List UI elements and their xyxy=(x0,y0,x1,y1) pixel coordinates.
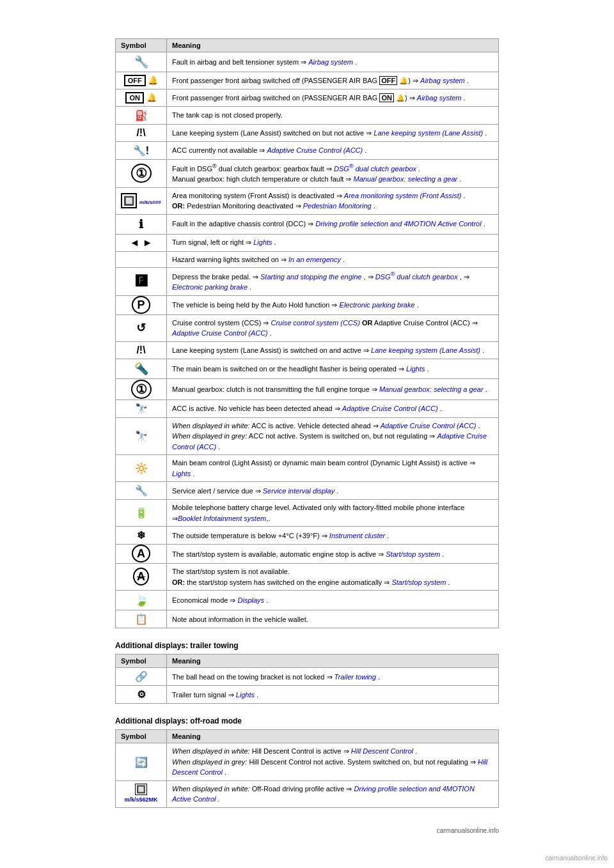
on-badge-icon: ON xyxy=(125,92,144,104)
area-monitoring-icon: 🔲 xyxy=(121,193,137,208)
symbol-cell: ℹ xyxy=(116,214,167,234)
table-row: 🔧 Service alert / service due ⇒ Service … xyxy=(116,482,499,500)
symbol-cell: /!\ xyxy=(116,341,167,359)
meaning-cell: The outside temperature is below +4°C (+… xyxy=(167,527,499,545)
table-row: 🔦 The main beam is switched on or the he… xyxy=(116,359,499,378)
symbol-cell: 🔧! xyxy=(116,142,167,160)
meaning-cell: Front passenger front airbag switched on… xyxy=(167,89,499,107)
table-row: 🔲 m/k/s### Area monitoring system (Front… xyxy=(116,187,499,214)
link-lane-assist-2: Lane keeping system (Lane Assist) xyxy=(371,346,480,354)
table-row: ① Fault in DSG® dual clutch gearbox: gea… xyxy=(116,160,499,188)
airbag-on-icon: 🔔 xyxy=(146,93,157,102)
symbol-cell: ↺ xyxy=(116,314,167,341)
table-row: 🔲 m/k/s562MK When displayed in white: Of… xyxy=(116,780,499,807)
table-row: A The start/stop system is not available… xyxy=(116,564,499,591)
page-container: Symbol Meaning 🔧 Fault in airbag and bel… xyxy=(13,13,601,860)
acc-unavailable-icon: 🔧! xyxy=(133,145,149,156)
symbol-cell: A xyxy=(116,545,167,564)
link-airbag-system-2: Airbag system xyxy=(420,77,465,84)
link-instrument-cluster: Instrument cluster xyxy=(329,532,385,539)
lane-assist-on-icon: /!\ xyxy=(136,345,145,355)
cruise-control-icon: ↺ xyxy=(136,322,146,334)
col-header-symbol: Symbol xyxy=(116,39,167,52)
link-acc-3: Adaptive Cruise Control (ACC) xyxy=(342,405,438,412)
hill-descent-icon: 🔄 xyxy=(135,757,148,768)
link-service-interval: Service interval display xyxy=(263,487,335,495)
airbag-off-icon: 🔔 xyxy=(148,75,158,85)
symbol-cell: 🍃 xyxy=(116,591,167,610)
table-row: P The vehicle is being held by the Auto … xyxy=(116,295,499,314)
vehicle-wallet-icon: 📋 xyxy=(135,614,148,624)
link-airbag-system-3: Airbag system xyxy=(417,94,462,102)
table-row: 📋 Note about information in the vehicle … xyxy=(116,610,499,628)
table-row: 🔧! ACC currently not available ⇒ Adaptiv… xyxy=(116,142,499,160)
link-lights-trailer: Lights xyxy=(236,691,255,699)
offroad-symbols-table: Symbol Meaning 🔄 When displayed in white… xyxy=(115,729,499,808)
light-assist-icon: 🔆 xyxy=(135,463,148,474)
meaning-cell: Lane keeping system (Lane Assist) switch… xyxy=(167,125,499,142)
link-emergency: In an emergency xyxy=(288,256,341,263)
meaning-cell: Turn signal, left or right ⇒ Lights . xyxy=(167,234,499,251)
symbol-cell: ◄ ► xyxy=(116,234,167,251)
link-lights: Lights xyxy=(253,238,272,246)
table-row: 🔗 The ball head on the towing bracket is… xyxy=(116,668,499,686)
link-manual-gearbox-2: Manual gearbox: selecting a gear xyxy=(379,385,484,393)
symbol-cell: ① xyxy=(116,160,167,188)
table-row: 🔄 When displayed in white: Hill Descent … xyxy=(116,743,499,781)
link-epb-2: Electronic parking brake xyxy=(340,301,415,309)
meaning-cell: ACC currently not available ⇒ Adaptive C… xyxy=(167,142,499,160)
table-row: ① Manual gearbox: clutch is not transmit… xyxy=(116,378,499,399)
meaning-cell: Main beam control (Light Assist) or dyna… xyxy=(167,455,499,482)
symbol-cell: 🔧 xyxy=(116,482,167,500)
start-stop-available-icon: A xyxy=(132,545,150,562)
link-ccs: Cruise control system (CCS) xyxy=(271,319,359,327)
meaning-cell: The ball head on the towing bracket is n… xyxy=(167,668,499,686)
lane-assist-off-icon: /!\ xyxy=(136,127,145,138)
meaning-cell: Manual gearbox: clutch is not transmitti… xyxy=(167,378,499,399)
footer-website: carmanualsonline.info xyxy=(437,827,499,834)
symbol-cell xyxy=(116,251,167,268)
link-epb: Electronic parking brake xyxy=(172,283,248,291)
link-acc-4: Adaptive Cruise Control (ACC) xyxy=(381,422,476,430)
trailer-turn-signal-icon: ⚙ xyxy=(137,689,146,700)
clutch-torque-icon: ① xyxy=(131,380,152,399)
meaning-cell: The start/stop system is available, auto… xyxy=(167,545,499,564)
table-row: ◄ ► Turn signal, left or right ⇒ Lights … xyxy=(116,234,499,251)
meaning-cell: Depress the brake pedal. ⇒ Starting and … xyxy=(167,268,499,296)
meaning-cell: Mobile telephone battery charge level. A… xyxy=(167,500,499,527)
link-acc: Adaptive Cruise Control (ACC) xyxy=(267,146,363,154)
symbol-cell: ON 🔔 xyxy=(116,89,167,107)
link-lights-2: Lights xyxy=(406,365,425,373)
meaning-cell: Lane keeping system (Lane Assist) is swi… xyxy=(167,341,499,359)
start-stop-unavailable-icon: A xyxy=(133,568,149,585)
phone-battery-icon: 🔋 xyxy=(135,508,148,518)
table-row: ↺ Cruise control system (CCS) ⇒ Cruise c… xyxy=(116,314,499,341)
table-row: ℹ Fault in the adaptive chassis control … xyxy=(116,214,499,234)
link-airbag-system: Airbag system xyxy=(308,58,353,66)
link-lights-3: Lights xyxy=(172,470,191,477)
meaning-cell: Cruise control system (CCS) ⇒ Cruise con… xyxy=(167,314,499,341)
table-row: 🔆 Main beam control (Light Assist) or dy… xyxy=(116,455,499,482)
table-row: 🔭 ACC is active. No vehicle has been det… xyxy=(116,399,499,417)
link-trailer-towing: Trailer towing xyxy=(335,673,376,681)
link-area-monitoring: Area monitoring system (Front Assist) xyxy=(344,192,462,199)
link-start-stop: Start/stop system xyxy=(386,550,440,558)
symbol-cell: 🔲 m/k/s562MK xyxy=(116,780,167,807)
table-row: OFF 🔔 Front passenger front airbag switc… xyxy=(116,72,499,89)
link-dsg-2: DSG® dual clutch gearbox xyxy=(375,273,458,281)
acc-vehicle-detected-icon: 🔭 xyxy=(135,431,148,442)
meaning-cell: Fault in DSG® dual clutch gearbox: gearb… xyxy=(167,160,499,188)
symbol-cell: 🔭 xyxy=(116,417,167,455)
meaning-cell: The main beam is switched on or the head… xyxy=(167,359,499,378)
trailer-symbols-table: Symbol Meaning 🔗 The ball head on the to… xyxy=(115,654,499,704)
link-hill-descent: Hill Descent Control xyxy=(351,747,413,755)
offroad-section-title: Additional displays: off-road mode xyxy=(115,717,242,725)
auto-hold-icon: P xyxy=(132,296,150,314)
table-row: 🔋 Mobile telephone battery charge level.… xyxy=(116,500,499,527)
table-row: /!\ Lane keeping system (Lane Assist) is… xyxy=(116,341,499,359)
meaning-cell: The vehicle is being held by the Auto Ho… xyxy=(167,295,499,314)
gearbox-fault-icon: ① xyxy=(131,164,152,183)
col-header-meaning: Meaning xyxy=(167,39,499,52)
table-row: A The start/stop system is available, au… xyxy=(116,545,499,564)
offroad-profile-icon: 🔲 xyxy=(135,784,147,795)
